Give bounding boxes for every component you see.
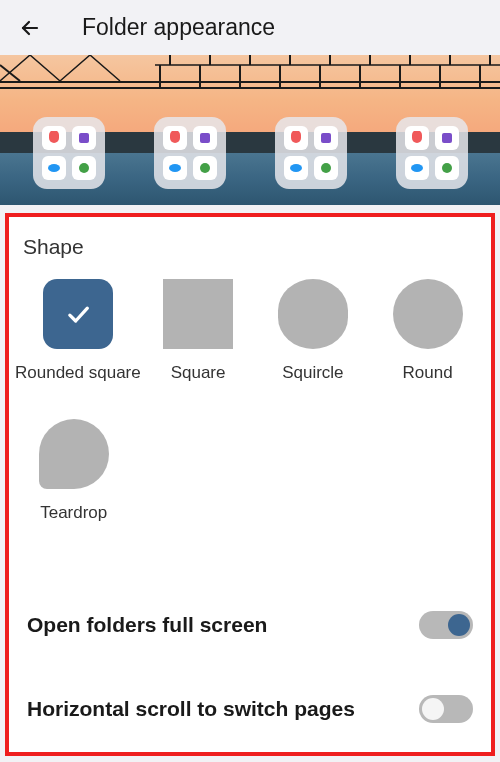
checkmark-icon bbox=[64, 300, 92, 328]
shape-options-row-1: Rounded square Square Squircle Round bbox=[9, 279, 491, 383]
toggle-horizontal-scroll[interactable] bbox=[419, 695, 473, 723]
shape-option-squircle[interactable]: Squircle bbox=[255, 279, 370, 383]
shape-label: Round bbox=[403, 363, 453, 383]
svg-point-31 bbox=[411, 164, 423, 172]
setting-full-screen: Open folders full screen bbox=[9, 583, 491, 667]
setting-label: Open folders full screen bbox=[27, 613, 267, 637]
shape-option-round[interactable]: Round bbox=[370, 279, 485, 383]
folder-sample bbox=[33, 117, 105, 189]
shape-swatch bbox=[393, 279, 463, 349]
svg-rect-27 bbox=[321, 133, 331, 143]
svg-point-28 bbox=[290, 164, 302, 172]
shape-label: Teardrop bbox=[40, 503, 107, 523]
shape-label: Squircle bbox=[282, 363, 343, 383]
shape-swatch bbox=[278, 279, 348, 349]
page-title: Folder appearance bbox=[82, 14, 275, 41]
shape-section-title: Shape bbox=[9, 235, 491, 279]
settings-list: Open folders full screen Horizontal scro… bbox=[9, 523, 491, 751]
svg-point-32 bbox=[442, 163, 452, 173]
toggle-knob bbox=[422, 698, 444, 720]
shape-swatch bbox=[39, 419, 109, 489]
content-panel: Shape Rounded square Square Squircle Rou… bbox=[5, 213, 495, 756]
svg-rect-24 bbox=[200, 133, 210, 143]
shape-option-teardrop[interactable]: Teardrop bbox=[15, 419, 133, 523]
shape-swatch bbox=[43, 279, 113, 349]
svg-point-26 bbox=[200, 163, 210, 173]
folder-preview bbox=[0, 55, 500, 205]
folder-sample bbox=[396, 117, 468, 189]
shape-options-row-2: Teardrop bbox=[9, 383, 491, 523]
svg-point-25 bbox=[169, 164, 181, 172]
svg-rect-21 bbox=[79, 133, 89, 143]
folder-preview-row bbox=[0, 117, 500, 189]
toggle-knob bbox=[448, 614, 470, 636]
svg-point-23 bbox=[79, 163, 89, 173]
folder-sample bbox=[275, 117, 347, 189]
shape-swatch bbox=[163, 279, 233, 349]
toggle-full-screen[interactable] bbox=[419, 611, 473, 639]
svg-point-29 bbox=[321, 163, 331, 173]
setting-horizontal-scroll: Horizontal scroll to switch pages bbox=[9, 667, 491, 751]
shape-option-rounded-square[interactable]: Rounded square bbox=[15, 279, 141, 383]
back-arrow-icon[interactable] bbox=[18, 16, 42, 40]
wallpaper-bridge bbox=[0, 55, 500, 97]
header: Folder appearance bbox=[0, 0, 500, 55]
svg-point-22 bbox=[48, 164, 60, 172]
folder-sample bbox=[154, 117, 226, 189]
svg-rect-30 bbox=[442, 133, 452, 143]
setting-label: Horizontal scroll to switch pages bbox=[27, 697, 355, 721]
shape-label: Square bbox=[171, 363, 226, 383]
shape-option-square[interactable]: Square bbox=[141, 279, 256, 383]
shape-label: Rounded square bbox=[15, 363, 141, 383]
